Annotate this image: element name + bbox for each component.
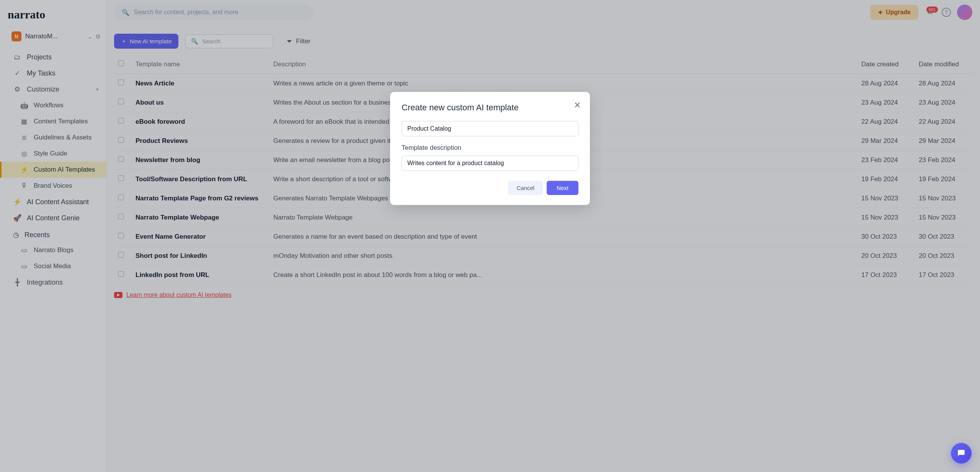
close-icon[interactable]: ✕ xyxy=(574,100,581,110)
modal-title: Create new custom AI template xyxy=(402,103,578,113)
template-name-input[interactable] xyxy=(402,121,578,136)
template-description-label: Template description xyxy=(402,144,578,152)
modal-overlay[interactable]: Create new custom AI template ✕ Template… xyxy=(0,0,980,472)
chat-icon xyxy=(956,448,966,458)
template-description-input[interactable] xyxy=(402,156,578,171)
chat-fab[interactable] xyxy=(951,443,972,464)
cancel-button[interactable]: Cancel xyxy=(508,181,543,195)
create-template-modal: Create new custom AI template ✕ Template… xyxy=(390,92,590,205)
next-button[interactable]: Next xyxy=(547,181,578,195)
